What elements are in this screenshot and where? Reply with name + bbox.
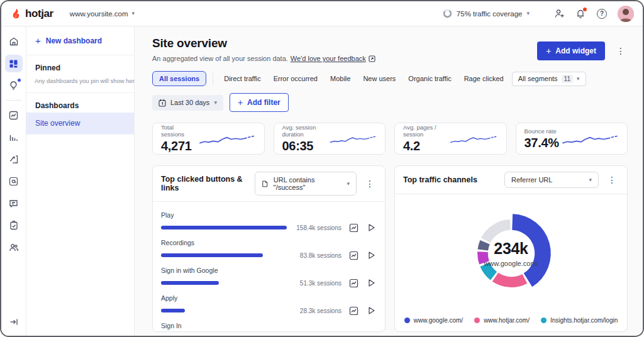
traffic-channels-widget: Top traffic channels Referrer URL ▾ ⋮ (394, 165, 628, 332)
sessions-count: 83.8k sessions (300, 252, 341, 259)
site-selector-value: www.yoursite.com (70, 10, 128, 18)
sessions-count: 51.3k sessions (300, 280, 341, 287)
people-icon (9, 243, 19, 252)
page-title: Site overview (152, 36, 375, 50)
traffic-coverage-dropdown[interactable]: 75% traffic coverage ▾ (443, 9, 530, 18)
trend-chart-icon (349, 279, 358, 288)
chat-bubble-icon (9, 199, 18, 208)
new-dashboard-button[interactable]: + New dashboard (26, 26, 134, 55)
nav-home[interactable] (5, 33, 23, 50)
referrer-url-dropdown[interactable]: Referrer URL ▾ (504, 172, 599, 188)
segment-mobile[interactable]: Mobile (326, 72, 355, 86)
invite-user-button[interactable] (553, 8, 565, 19)
play-recordings-button[interactable] (365, 250, 377, 261)
segment-rage-clicked[interactable]: Rage clicked (460, 72, 508, 86)
sidebar-item-site-overview[interactable]: Site overview (26, 113, 134, 134)
url-filter-dropdown[interactable]: URL contains "/success" ▾ (255, 172, 357, 196)
all-segments-dropdown[interactable]: All segments 11 ▾ (512, 72, 586, 86)
plus-icon: + (238, 97, 243, 108)
nav-trends[interactable] (5, 106, 23, 124)
user-avatar[interactable] (618, 6, 634, 22)
segment-error-occurred[interactable]: Error occurred (269, 72, 322, 86)
chevron-down-icon: ▾ (577, 76, 580, 82)
external-link-icon (369, 55, 375, 62)
pinned-header: Pinned (26, 55, 134, 75)
clicked-row: Apply 28.3k sessions (161, 294, 377, 316)
new-dashboard-label: New dashboard (46, 36, 102, 45)
view-trend-button[interactable] (348, 222, 359, 233)
stat-card-total-sessions: Total sessions 4,271 (152, 123, 265, 155)
stat-label: Bounce rate (525, 128, 559, 135)
help-button[interactable]: ? (596, 8, 608, 19)
nav-surveys[interactable] (5, 216, 23, 234)
trends-chart-icon (9, 111, 18, 120)
clicked-bar (161, 309, 185, 312)
stat-value: 37.4% (525, 136, 559, 150)
clicked-list: Play 158.4k sessions Recordings (153, 202, 385, 331)
chevron-down-icon: ▾ (214, 100, 217, 106)
play-recordings-button[interactable] (365, 277, 377, 289)
stat-value: 06:35 (282, 139, 330, 153)
collapse-sidebar-button[interactable] (5, 313, 23, 331)
nav-insights[interactable] (5, 77, 23, 94)
segment-all-sessions[interactable]: All sessions (152, 71, 206, 86)
segment-direct-traffic[interactable]: Direct traffic (219, 72, 265, 86)
clicked-label: Sign in with Google (161, 267, 377, 274)
page-options-kebab[interactable]: ⋮ (614, 45, 628, 57)
stat-label: Avg. pages / session (403, 124, 449, 138)
view-trend-button[interactable] (348, 277, 359, 289)
add-filter-button[interactable]: + Add filter (230, 93, 289, 112)
feedback-link[interactable]: We'd love your feedback (291, 55, 366, 62)
chevron-down-icon: ▾ (526, 11, 530, 16)
chevron-down-icon: ▾ (347, 181, 350, 187)
legend-item: www.google.com/ (404, 317, 463, 324)
app-window: hotjar www.yoursite.com ▾ 75% traffic co… (0, 0, 644, 337)
segments-divider (213, 73, 213, 84)
hotjar-flame-icon (10, 8, 22, 19)
rail-divider (6, 100, 21, 101)
clicked-label: Apply (161, 294, 377, 302)
nav-feedback[interactable] (5, 172, 23, 190)
sparkline-chart (449, 130, 497, 148)
question-mark-icon: ? (597, 9, 607, 19)
dashboards-header: Dashboards (26, 93, 134, 113)
sparkline-chart (561, 130, 619, 148)
segment-new-users[interactable]: New users (358, 72, 400, 86)
view-trend-button[interactable] (348, 250, 359, 261)
play-recordings-button[interactable] (365, 222, 377, 233)
trend-chart-icon (349, 223, 358, 233)
site-selector-dropdown[interactable]: www.yoursite.com ▾ (70, 10, 135, 18)
play-recordings-button[interactable] (365, 305, 377, 316)
referrer-url-value: Referrer URL (511, 176, 552, 184)
topbar: hotjar www.yoursite.com ▾ 75% traffic co… (1, 1, 643, 26)
stat-value: 4.2 (403, 139, 449, 153)
bar-chart-icon (9, 133, 18, 142)
date-range-dropdown[interactable]: Last 30 days ▾ (152, 95, 223, 111)
clicked-row: Sign in with Google 51.3k sessions (161, 267, 377, 289)
at-sign-icon (9, 177, 18, 186)
new-indicator-dot (18, 79, 21, 82)
widget-options-kebab[interactable]: ⋮ (605, 174, 619, 185)
stat-value: 4,271 (161, 139, 198, 153)
clicked-row: Sign In 28k sessions (161, 322, 377, 331)
segment-organic-traffic[interactable]: Organic traffic (404, 72, 455, 86)
dashboards-grid-icon (9, 59, 18, 69)
legend-dot-insights (541, 318, 547, 323)
sessions-count: 158.4k sessions (296, 224, 341, 231)
nav-funnels[interactable] (5, 128, 23, 146)
avatar-image (618, 6, 634, 22)
nav-interviews[interactable] (5, 238, 23, 256)
view-trend-button[interactable] (348, 305, 359, 316)
hotjar-logo[interactable]: hotjar (10, 8, 53, 20)
nav-journeys[interactable] (5, 150, 23, 168)
nav-surveys-chat[interactable] (5, 194, 23, 212)
stat-label: Avg. session duration (282, 124, 330, 138)
play-icon (367, 251, 375, 260)
widget-options-kebab[interactable]: ⋮ (363, 178, 377, 189)
clipboard-check-icon (9, 221, 18, 230)
add-widget-button[interactable]: + Add widget (537, 41, 605, 60)
nav-dashboards[interactable] (5, 55, 23, 72)
all-segments-label: All segments (518, 75, 558, 82)
notifications-button[interactable] (575, 8, 586, 19)
trend-chart-icon (349, 251, 358, 260)
